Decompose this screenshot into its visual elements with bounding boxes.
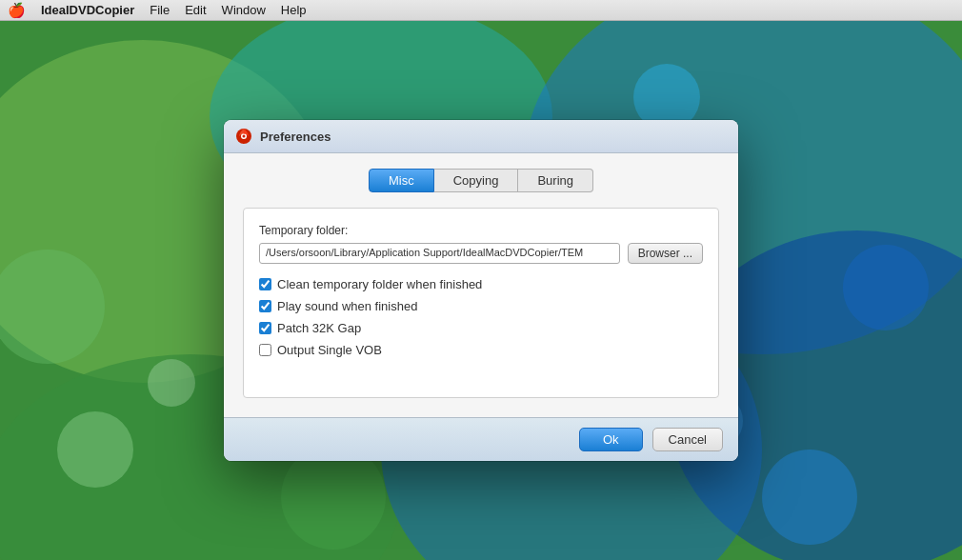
dialog-title: Preferences (260, 130, 331, 144)
content-area: Temporary folder: /Users/orsoon/Library/… (243, 208, 719, 398)
apple-menu[interactable]: 🍎 (8, 2, 26, 19)
browse-button[interactable]: Browser ... (628, 243, 703, 264)
clean-checkbox[interactable] (259, 278, 271, 290)
checkbox-vob: Output Single VOB (259, 343, 703, 357)
sound-label: Play sound when finished (277, 299, 417, 313)
svg-point-19 (243, 135, 246, 138)
checkbox-sound: Play sound when finished (259, 299, 703, 313)
vob-checkbox[interactable] (259, 344, 271, 356)
preferences-dialog: Preferences Misc Copying Buring Temporar… (224, 120, 738, 461)
tab-misc[interactable]: Misc (369, 169, 434, 192)
folder-label: Temporary folder: (259, 224, 703, 237)
dialog-overlay: Preferences Misc Copying Buring Temporar… (0, 21, 962, 560)
menu-window[interactable]: Window (222, 3, 266, 17)
patch-label: Patch 32K Gap (277, 321, 361, 335)
menu-file[interactable]: File (150, 3, 170, 17)
tabs-container: Misc Copying Buring (243, 169, 719, 192)
menu-edit[interactable]: Edit (185, 3, 206, 17)
path-row: /Users/orsoon/Library/Application Suppor… (259, 243, 703, 264)
app-icon (235, 128, 252, 145)
app-name[interactable]: IdealDVDCopier (41, 3, 134, 17)
sound-checkbox[interactable] (259, 300, 271, 312)
dialog-titlebar: Preferences (224, 120, 738, 153)
tab-buring[interactable]: Buring (518, 169, 593, 192)
checkbox-patch: Patch 32K Gap (259, 321, 703, 335)
cancel-button[interactable]: Cancel (652, 428, 723, 451)
tab-copying[interactable]: Copying (434, 169, 519, 192)
dialog-body: Misc Copying Buring Temporary folder: /U… (224, 153, 738, 417)
checkbox-clean: Clean temporary folder when finished (259, 277, 703, 291)
clean-label: Clean temporary folder when finished (277, 277, 482, 291)
menubar: 🍎 IdealDVDCopier File Edit Window Help (0, 0, 962, 21)
dialog-footer: Ok Cancel (224, 417, 738, 461)
folder-path[interactable]: /Users/orsoon/Library/Application Suppor… (259, 243, 620, 264)
vob-label: Output Single VOB (277, 343, 382, 357)
menu-help[interactable]: Help (281, 3, 307, 17)
ok-button[interactable]: Ok (579, 428, 643, 451)
patch-checkbox[interactable] (259, 322, 271, 334)
